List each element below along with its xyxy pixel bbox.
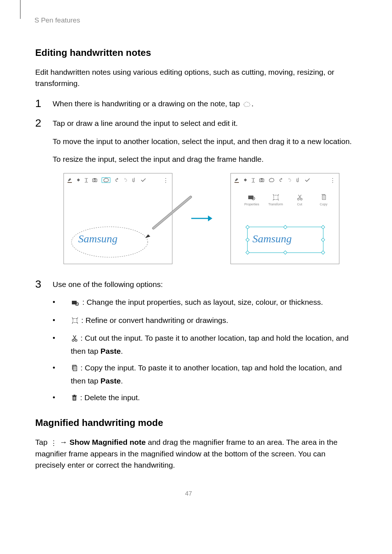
step-text: To resize the input, select the input an… (53, 153, 357, 165)
step-text: To move the input to another location, s… (53, 136, 357, 147)
cut-tool: Cut (290, 193, 310, 207)
undo-icon (279, 178, 283, 182)
bullet-icon: • (53, 332, 55, 344)
step-body: Tap or draw a line around the input to s… (53, 118, 357, 264)
svg-rect-29 (72, 395, 77, 396)
attachment-icon (296, 177, 301, 182)
option-delete: • : Delete the input. (53, 392, 357, 405)
step-2: 2 Tap or draw a line around the input to… (35, 118, 357, 264)
svg-rect-33 (75, 397, 75, 400)
paste-label: Paste (101, 347, 121, 355)
svg-point-19 (300, 198, 302, 200)
step-number: 1 (35, 95, 41, 111)
floating-edit-toolbar: Properties Transform Cut (242, 193, 334, 207)
camera-icon (259, 178, 264, 182)
more-vertical-icon: ⋮ (50, 438, 57, 448)
step-text: Tap or draw a line around the input to s… (53, 118, 357, 129)
svg-rect-30 (74, 395, 75, 395)
undo-icon (115, 178, 119, 182)
note-toolbar: T ⋮ (231, 173, 339, 187)
svg-rect-21 (72, 301, 77, 304)
page-number: 47 (20, 489, 357, 498)
page-edge-rule (20, 0, 21, 19)
step-1: 1 When there is handwriting or a drawing… (35, 98, 357, 111)
scissors-icon (297, 193, 303, 201)
figure-row: T ⋮ (45, 173, 357, 264)
step-body: Use one of the following options: • : Ch… (53, 279, 357, 405)
step-text: When there is handwriting or a drawing o… (53, 98, 357, 111)
diamond-icon (243, 178, 248, 182)
transform-icon (273, 193, 279, 201)
diamond-icon (76, 178, 81, 182)
stylus-pen-icon (143, 184, 201, 242)
option-copy: • : Copy the input. To paste it to anoth… (53, 362, 357, 387)
selection-tool-icon (269, 178, 274, 182)
svg-point-25 (72, 339, 74, 341)
section-title: S Pen features (34, 16, 80, 24)
option-transform: • : Refine or convert handwriting or dra… (53, 315, 357, 328)
transform-tool: Transform (266, 193, 286, 207)
svg-point-23 (77, 304, 78, 305)
svg-rect-32 (74, 397, 74, 400)
properties-tool: Properties (242, 193, 262, 207)
step-number: 3 (35, 276, 41, 292)
bullet-icon: • (53, 362, 55, 373)
page-content: Editing handwritten notes Edit handwritt… (20, 46, 357, 471)
svg-rect-13 (261, 178, 263, 179)
step-text: Use one of the following options: (53, 279, 357, 290)
paste-label: Paste (101, 377, 121, 385)
svg-point-18 (297, 198, 299, 200)
svg-rect-3 (94, 178, 96, 179)
more-icon: ⋮ (163, 177, 168, 183)
step-number: 2 (35, 115, 41, 131)
note-window-lasso: T ⋮ (64, 173, 172, 264)
svg-point-2 (94, 180, 96, 181)
running-header: S Pen features (20, 15, 357, 26)
check-icon (305, 178, 310, 182)
properties-gear-icon (248, 193, 256, 201)
properties-gear-icon (72, 297, 79, 309)
copy-icon (321, 193, 327, 201)
svg-point-26 (75, 339, 77, 341)
option-cut: • : Cut out the input. To paste it to an… (53, 332, 357, 357)
text-icon: T (252, 176, 255, 184)
svg-rect-24 (73, 319, 77, 323)
redo-icon (287, 178, 292, 182)
bullet-icon: • (53, 392, 55, 403)
bullet-icon: • (53, 315, 55, 326)
check-icon (141, 178, 146, 182)
options-bullet-list: • : Change the input properties, such as… (53, 296, 357, 405)
document-page: S Pen features Editing handwritten notes… (0, 0, 392, 513)
more-icon: ⋮ (330, 177, 335, 183)
handwriting-sample: Samsung (253, 230, 292, 247)
steps-list: 1 When there is handwriting or a drawing… (35, 98, 357, 405)
note-canvas: Properties Transform Cut (231, 187, 339, 264)
svg-point-12 (261, 180, 263, 181)
bullet-icon: • (53, 296, 55, 308)
svg-rect-0 (77, 178, 79, 181)
heading-magnified-handwriting-mode: Magnified handwriting mode (35, 416, 357, 430)
svg-rect-31 (73, 397, 74, 400)
copy-tool: Copy (314, 193, 334, 207)
step-body: When there is handwriting or a drawing o… (53, 98, 357, 111)
svg-rect-5 (152, 195, 192, 230)
pen-icon (234, 177, 239, 183)
handwriting-sample: Samsung (78, 230, 118, 247)
step-3: 3 Use one of the following options: • : … (35, 279, 357, 405)
selection-tool-icon (102, 177, 110, 183)
scissors-icon (72, 333, 78, 345)
copy-icon (72, 363, 78, 375)
svg-marker-7 (145, 234, 150, 238)
redo-icon (123, 178, 128, 182)
text-icon: T (85, 176, 88, 184)
show-magnified-note-label: Show Magnified note (69, 438, 146, 446)
camera-icon (92, 178, 97, 182)
svg-rect-10 (244, 178, 246, 181)
svg-marker-9 (208, 216, 212, 221)
trash-icon (72, 393, 77, 405)
pen-icon (68, 177, 72, 183)
intro-paragraph: Edit handwritten notes using various edi… (35, 66, 357, 89)
selection-cloud-icon (243, 99, 251, 111)
heading-editing-handwritten-notes: Editing handwritten notes (35, 46, 357, 60)
svg-point-16 (253, 198, 254, 199)
